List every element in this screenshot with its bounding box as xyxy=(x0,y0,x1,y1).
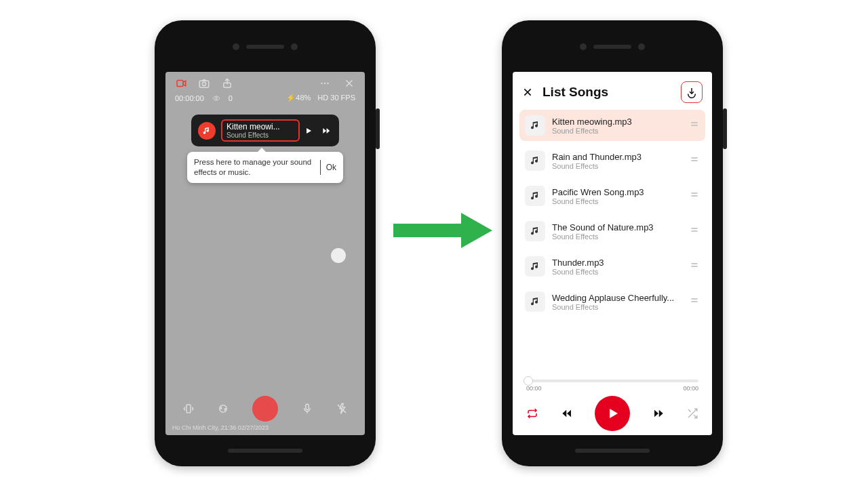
share-icon[interactable] xyxy=(221,77,233,89)
fast-forward-icon[interactable] xyxy=(320,126,332,136)
phone-frame-right: List Songs Kitten meowing.mp3Sound Effec… xyxy=(502,20,723,466)
close-icon[interactable] xyxy=(343,77,355,89)
song-title: The Sound of Nature.mp3 xyxy=(552,222,689,232)
transition-arrow xyxy=(393,210,492,251)
more-icon[interactable] xyxy=(319,77,331,89)
drag-handle-icon[interactable] xyxy=(689,154,700,167)
song-row[interactable]: Kitten meowing.mp3Sound Effects xyxy=(519,110,705,141)
song-subtitle: Sound Effects xyxy=(552,268,689,276)
music-note-icon xyxy=(525,291,545,312)
time-elapsed: 00:00 xyxy=(526,385,542,392)
song-subtitle: Sound Effects xyxy=(552,162,689,170)
now-playing-subtitle: Sound Effects xyxy=(226,131,294,139)
focus-indicator xyxy=(331,248,346,263)
song-subtitle: Sound Effects xyxy=(552,127,689,135)
phone-home-bar xyxy=(575,449,650,453)
microphone-icon[interactable] xyxy=(301,403,313,415)
song-row[interactable]: Rain and Thunder.mp3Sound Effects xyxy=(519,145,705,176)
svg-point-5 xyxy=(324,83,326,84)
drag-handle-icon[interactable] xyxy=(689,295,700,308)
view-count: 0 xyxy=(229,94,233,102)
record-mode-icon[interactable] xyxy=(175,77,187,89)
flash-off-icon[interactable] xyxy=(336,403,348,415)
svg-rect-0 xyxy=(177,81,183,87)
phone-home-bar xyxy=(228,449,302,453)
song-title: Wedding Applause Cheerfully... xyxy=(552,293,689,303)
camera-icon[interactable] xyxy=(198,77,210,89)
svg-rect-10 xyxy=(305,404,309,409)
song-subtitle: Sound Effects xyxy=(552,303,689,311)
song-row[interactable]: Wedding Applause Cheerfully...Sound Effe… xyxy=(519,286,705,317)
svg-point-6 xyxy=(327,83,328,84)
record-button[interactable] xyxy=(252,396,278,422)
svg-marker-12 xyxy=(461,213,492,248)
list-songs-header: List Songs xyxy=(513,72,712,110)
tooltip-text: Press here to manage your sound effects … xyxy=(194,157,315,178)
seek-thumb[interactable] xyxy=(524,376,533,386)
camera-bottombar: Ho Chi Minh City, 21:36 02/27/2023 xyxy=(165,396,365,435)
download-button[interactable] xyxy=(681,81,703,103)
now-playing-chip[interactable]: Kitten meowi... Sound Effects xyxy=(191,115,339,146)
switch-camera-icon[interactable] xyxy=(217,403,229,415)
song-row[interactable]: The Sound of Nature.mp3Sound Effects xyxy=(519,216,705,247)
shuffle-icon[interactable] xyxy=(686,407,698,420)
video-format: HD 30 FPS xyxy=(317,94,355,102)
play-button[interactable] xyxy=(595,396,630,431)
fast-forward-icon[interactable] xyxy=(650,407,667,420)
svg-rect-8 xyxy=(186,405,191,413)
play-icon[interactable] xyxy=(304,126,313,136)
page-title: List Songs xyxy=(542,85,608,100)
song-title: Pacific Wren Song.mp3 xyxy=(552,187,689,197)
music-note-icon xyxy=(525,115,545,136)
phone-earpiece xyxy=(233,43,298,50)
tooltip-ok-button[interactable]: Ok xyxy=(326,163,336,172)
phone-earpiece xyxy=(580,43,645,50)
tooltip-divider xyxy=(320,160,321,175)
song-row[interactable]: Pacific Wren Song.mp3Sound Effects xyxy=(519,180,705,211)
song-subtitle: Sound Effects xyxy=(552,232,689,241)
drag-handle-icon[interactable] xyxy=(689,260,700,273)
tooltip: Press here to manage your sound effects … xyxy=(187,152,343,183)
camera-status: 00:00:00 0 ⚡48% HD 30 FPS xyxy=(165,89,365,102)
music-disc-icon xyxy=(198,122,216,140)
music-note-icon xyxy=(525,221,545,241)
rewind-icon[interactable] xyxy=(559,407,575,420)
timecode: 00:00:00 xyxy=(175,94,204,102)
song-title: Kitten meowing.mp3 xyxy=(552,117,689,127)
eye-icon xyxy=(212,94,220,102)
music-note-icon xyxy=(525,256,545,277)
song-title: Rain and Thunder.mp3 xyxy=(552,152,689,162)
svg-rect-11 xyxy=(393,224,461,237)
now-playing-text[interactable]: Kitten meowi... Sound Effects xyxy=(221,119,300,142)
svg-point-4 xyxy=(321,83,322,84)
orientation-icon[interactable] xyxy=(182,403,195,415)
time-total: 00:00 xyxy=(683,385,698,392)
svg-point-7 xyxy=(216,97,218,99)
list-songs-screen: List Songs Kitten meowing.mp3Sound Effec… xyxy=(513,72,712,435)
now-playing-title: Kitten meowi... xyxy=(226,122,294,131)
music-note-icon xyxy=(525,186,545,206)
drag-handle-icon[interactable] xyxy=(689,224,700,238)
song-subtitle: Sound Effects xyxy=(552,197,689,205)
svg-point-2 xyxy=(202,82,205,85)
seek-bar[interactable] xyxy=(526,380,698,382)
drag-handle-icon[interactable] xyxy=(689,189,700,203)
drag-handle-icon[interactable] xyxy=(689,119,700,132)
song-row[interactable]: Thunder.mp3Sound Effects xyxy=(519,251,705,282)
camera-screen: 00:00:00 0 ⚡48% HD 30 FPS Kitten meowi..… xyxy=(165,72,365,435)
watermark-text: Ho Chi Minh City, 21:36 02/27/2023 xyxy=(165,422,365,431)
player: 00:00 00:00 xyxy=(513,380,712,431)
camera-topbar xyxy=(165,72,365,89)
music-note-icon xyxy=(525,150,545,171)
battery-status: ⚡48% xyxy=(286,94,311,102)
repeat-icon[interactable] xyxy=(526,407,538,420)
close-icon[interactable] xyxy=(522,87,533,98)
song-title: Thunder.mp3 xyxy=(552,258,689,268)
song-list: Kitten meowing.mp3Sound EffectsRain and … xyxy=(513,110,712,317)
phone-frame-left: 00:00:00 0 ⚡48% HD 30 FPS Kitten meowi..… xyxy=(155,20,376,466)
